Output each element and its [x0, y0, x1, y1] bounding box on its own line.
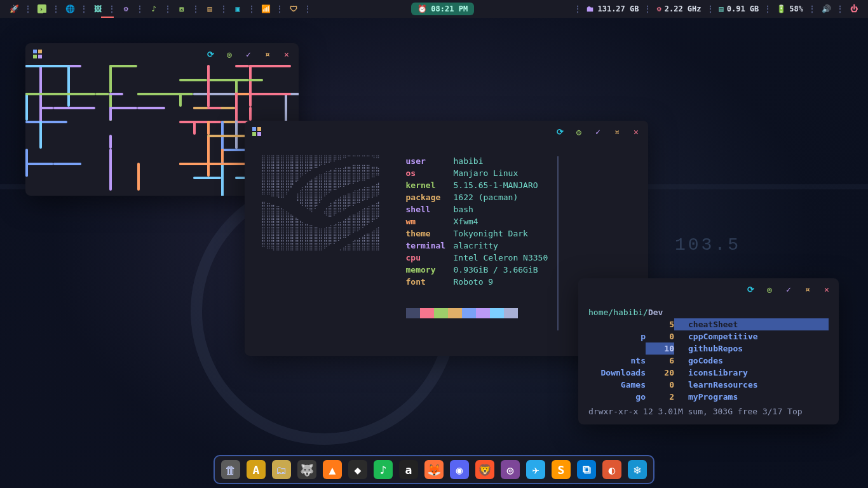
wallpaper-radio-freq: 103.5	[675, 235, 741, 255]
fm-dir-name: cppCompetitive	[674, 330, 829, 342]
dock-vscode[interactable]: ⧉	[577, 460, 596, 479]
panel-separator: ⋮	[164, 4, 172, 13]
dock-firefox[interactable]: 🦊	[424, 460, 444, 479]
window-close-button[interactable]: ✕	[632, 127, 641, 136]
dock-inkscape[interactable]: ◆	[348, 460, 367, 479]
dock-spotify[interactable]: ♪	[374, 460, 393, 479]
disk-icon: 🖿	[587, 4, 594, 13]
fm-dir-name: learnResources	[674, 379, 829, 391]
sysinfo-key: terminal	[406, 240, 454, 252]
window-target-button[interactable]: ◎	[225, 50, 234, 58]
music-icon[interactable]: ♪	[149, 4, 159, 14]
cpu-value: 2.22 GHz	[665, 4, 702, 13]
pipes-titlebar[interactable]: ⟳ ◎ ✓ ¤ ✕	[25, 43, 299, 65]
fm-left-name: Downloads	[588, 367, 646, 379]
dock-sys[interactable]: ❄	[628, 460, 647, 479]
panel-separator: ⋮	[574, 4, 581, 13]
sysinfo-key: os	[406, 167, 454, 179]
fm-row[interactable]: p0cppCompetitive	[588, 330, 829, 342]
pipe-segment	[25, 163, 53, 165]
dock-files[interactable]: 🗂	[272, 460, 291, 479]
panel-separator: ⋮	[707, 4, 714, 13]
pipe-segment	[109, 135, 112, 149]
sysinfo-value: alacritty	[454, 240, 498, 252]
window-check-button[interactable]: ✓	[593, 127, 602, 136]
battery-stat[interactable]: 🔋 58%	[776, 4, 803, 13]
fm-left-count: 0	[646, 330, 674, 342]
shield-icon[interactable]: 🛡	[288, 4, 299, 14]
clock-label: 08:21 PM	[431, 4, 468, 13]
clock[interactable]: ⏰ 08:21 PM	[411, 3, 474, 15]
wifi-icon[interactable]: 📶	[261, 4, 271, 14]
dock-alacritty[interactable]: A	[247, 460, 266, 479]
swatch	[476, 308, 490, 318]
launcher-icon[interactable]: 🚀	[9, 4, 19, 14]
dock-telegram[interactable]: ✈	[526, 460, 545, 479]
window-check-button[interactable]: ✓	[244, 50, 253, 58]
file-manager-window[interactable]: ⟳ ◎ ✓ ¤ ✕ home/habibi/Dev 5cheatSheetp0c…	[578, 278, 839, 424]
top-panel: 🚀 ⋮ ›_ ⋮ 🌐 ⋮ 🖼 ⋮ ⚙ ⋮ ♪ ⋮ ⧈ ⋮ ▤ ⋮ ▣ ⋮ 📶 ⋮…	[0, 0, 868, 18]
pipe-segment	[179, 79, 207, 81]
fm-row[interactable]: 10githubRepos	[588, 342, 829, 355]
pipe-segment	[193, 177, 221, 179]
dock-sublime[interactable]: S	[552, 460, 571, 479]
pipe-segment	[249, 93, 291, 95]
pipe-segment	[39, 121, 42, 149]
sysinfo-row-package: package1622 (pacman)	[406, 191, 548, 203]
settings-icon[interactable]: ⚙	[121, 4, 131, 14]
cpu-stat[interactable]: ⚙ 2.22 GHz	[656, 4, 701, 13]
pipe-segment	[179, 163, 221, 165]
dock-lens[interactable]: ◐	[602, 460, 621, 479]
pipe-segment	[249, 107, 252, 121]
window-refresh-button[interactable]: ⟳	[746, 285, 755, 294]
power-icon[interactable]: ⏻	[849, 4, 859, 14]
dock-trash[interactable]: 🗑	[221, 460, 240, 479]
window-close-button[interactable]: ✕	[282, 50, 291, 58]
clock-icon: ⏰	[417, 4, 427, 13]
terminal-icon[interactable]: ›_	[37, 4, 47, 14]
fm-row[interactable]: nts6goCodes	[588, 355, 829, 367]
disk-stat[interactable]: 🖿 131.27 GB	[587, 4, 639, 13]
fm-left-count: 10	[646, 342, 674, 355]
fm-row[interactable]: 5cheatSheet	[588, 318, 829, 330]
window-close-button[interactable]: ✕	[822, 285, 831, 294]
dropbox-icon[interactable]: ⧈	[177, 4, 187, 14]
sysinfo-value: Xfwm4	[454, 215, 478, 227]
dock-gimp[interactable]: 🐺	[297, 460, 316, 479]
notes-icon[interactable]: ▤	[205, 4, 215, 14]
pipe-segment	[207, 135, 210, 177]
window-refresh-button[interactable]: ⟳	[555, 127, 564, 136]
pictures-icon[interactable]: 🖼	[93, 4, 103, 14]
window-gear-button[interactable]: ¤	[803, 285, 812, 294]
volume-icon[interactable]: 🔊	[821, 4, 831, 14]
fetch-titlebar[interactable]: ⟳ ◎ ✓ ¤ ✕	[245, 121, 648, 142]
window-target-button[interactable]: ◎	[765, 285, 774, 294]
fm-row[interactable]: Games0learnResources	[588, 379, 829, 391]
ram-value: 0.91 GB	[727, 4, 759, 13]
fm-row[interactable]: Downloads20iconsLibrary	[588, 367, 829, 379]
dock-tor[interactable]: ◎	[501, 460, 520, 479]
browser-icon[interactable]: 🌐	[65, 4, 75, 14]
fm-left-name: Games	[588, 379, 646, 391]
dock-audacious[interactable]: a	[399, 460, 418, 479]
sysinfo-row-theme: themeTokyonight Dark	[406, 227, 548, 240]
fm-row[interactable]: go2myPrograms	[588, 391, 829, 403]
sysinfo-row-os: osManjaro Linux	[406, 167, 548, 179]
dock-vlc[interactable]: ▲	[323, 460, 342, 479]
sysinfo-key: kernel	[406, 179, 454, 191]
pipe-segment	[235, 65, 249, 67]
window-check-button[interactable]: ✓	[784, 285, 793, 294]
window-gear-button[interactable]: ¤	[263, 50, 272, 58]
window-gear-button[interactable]: ¤	[613, 127, 621, 136]
pipe-segment	[95, 93, 109, 95]
ram-stat[interactable]: ▤ 0.91 GB	[719, 4, 759, 13]
fm-left-count: 6	[646, 355, 674, 367]
window-refresh-button[interactable]: ⟳	[206, 50, 215, 58]
dock-brave[interactable]: 🦁	[475, 460, 494, 479]
clipboard-icon[interactable]: ▣	[233, 4, 243, 14]
window-target-button[interactable]: ◎	[574, 127, 583, 136]
dock-discord[interactable]: ◉	[450, 460, 469, 479]
pipe-segment	[137, 107, 165, 109]
pipe-segment	[109, 93, 123, 95]
fm-titlebar[interactable]: ⟳ ◎ ✓ ¤ ✕	[578, 278, 839, 300]
